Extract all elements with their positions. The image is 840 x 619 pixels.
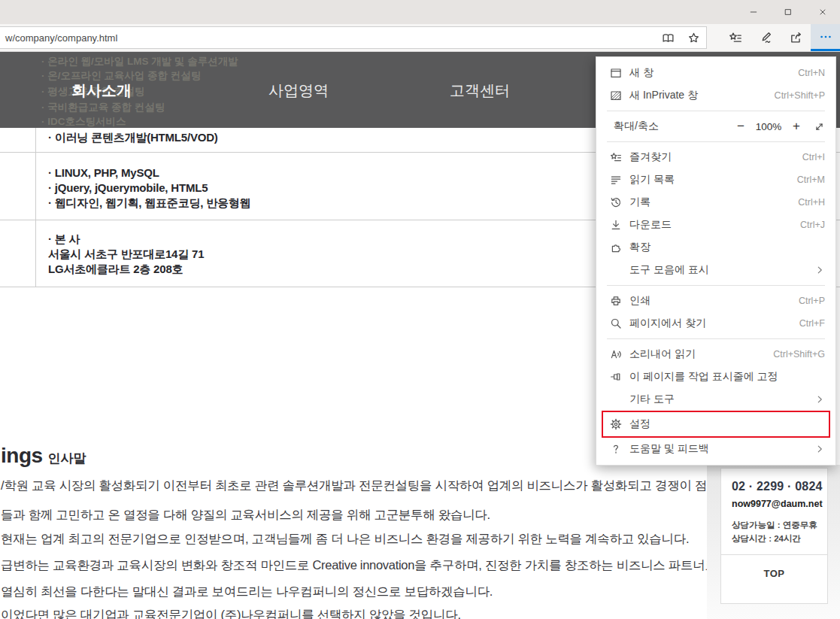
history-icon — [610, 196, 622, 208]
notes-icon — [759, 31, 772, 44]
settings-icon — [610, 418, 622, 430]
minimize-button[interactable] — [736, 0, 771, 24]
menu-item-favorites[interactable]: 즐겨찾기Ctrl+I — [596, 146, 835, 168]
find-icon — [610, 317, 622, 329]
menu-item-print[interactable]: 인쇄Ctrl+P — [596, 290, 835, 312]
address-bar[interactable]: w/company/company.html — [0, 26, 707, 49]
close-button[interactable] — [805, 0, 840, 24]
zoom-out-button[interactable]: − — [730, 119, 751, 134]
menu-item-shortcut: Ctrl+Shift+P — [775, 90, 825, 101]
menu-item-label: 확대/축소 — [614, 120, 730, 133]
minimize-icon — [749, 8, 758, 17]
table-row-line: · jQuery, jQuerymobile, HTML5 — [48, 181, 208, 194]
menu-item-shortcut: Ctrl+M — [797, 174, 825, 185]
menu-item-pin-to-taskbar[interactable]: 이 페이지를 작업 표시줄에 고정 — [596, 366, 835, 388]
extensions-icon — [610, 241, 622, 253]
share-icon — [789, 31, 802, 44]
menu-item-label: 다운로드 — [629, 218, 800, 232]
menu-item-label: 확장 — [629, 241, 825, 254]
notes-button[interactable] — [751, 24, 781, 51]
help-icon — [610, 443, 622, 455]
menu-item-new-inprivate-window[interactable]: 새 InPrivate 창Ctrl+Shift+P — [596, 84, 835, 107]
menu-item-downloads[interactable]: 다운로드Ctrl+J — [596, 214, 835, 236]
menu-item-label: 읽기 목록 — [629, 173, 797, 187]
more-button[interactable] — [811, 24, 840, 51]
menu-item-more-tools[interactable]: 기타 도구 — [596, 388, 835, 411]
url-text[interactable]: w/company/company.html — [0, 32, 655, 44]
address-bar-icons — [655, 27, 706, 48]
menu-item-help-feedback[interactable]: 도움말 및 피드백 — [596, 438, 835, 460]
downloads-icon — [610, 219, 622, 231]
chevron-right-icon — [814, 444, 825, 454]
hub-button[interactable] — [720, 24, 751, 51]
menu-item-label: 도움말 및 피드백 — [629, 442, 814, 456]
window-controls — [736, 0, 840, 24]
reading-list-icon — [610, 174, 622, 186]
contact-hours-time: 상담시간 : 24시간 — [732, 533, 827, 545]
menu-item-label: 페이지에서 찾기 — [629, 317, 799, 330]
table-row-line: · 웹디자인, 웹기획, 웹표준코딩, 반응형웹 — [48, 196, 250, 211]
contact-phone: 02 · 2299 · 0824 — [732, 480, 827, 493]
menu-item-label: 즐겨찾기 — [629, 150, 802, 164]
fullscreen-icon — [814, 121, 825, 132]
menu-item-label: 설정 — [629, 417, 823, 431]
menu-item-shortcut: Ctrl+N — [798, 68, 825, 78]
chevron-right-icon — [814, 394, 825, 405]
reading-view-button[interactable] — [655, 27, 681, 48]
chevron-right-icon — [814, 265, 825, 275]
menu-item-label: 기록 — [629, 196, 798, 209]
close-icon — [818, 8, 827, 17]
share-button[interactable] — [781, 24, 811, 51]
menu-item-new-window[interactable]: 새 창Ctrl+N — [596, 62, 835, 84]
top-button[interactable]: TOP — [721, 568, 827, 579]
menu-item-shortcut: Ctrl+I — [802, 152, 825, 162]
table-row-line: 서울시 서초구 반포대로14길 71 — [48, 247, 204, 262]
zoom-level-value: 100% — [751, 121, 786, 132]
menu-item-reading-list[interactable]: 읽기 목록Ctrl+M — [596, 168, 835, 191]
nav-company-intro[interactable]: 회사소개 — [71, 80, 132, 100]
menu-item-shortcut: Ctrl+H — [798, 197, 825, 208]
contact-email: now9977@daum.net — [732, 499, 827, 509]
more-icon — [819, 30, 832, 44]
menu-item-show-in-toolbar[interactable]: 도구 모음에 표시 — [596, 259, 835, 281]
greeting-line: /학원 교육 시장의 활성화되기 이전부터 최초로 관련 솔루션개발과 전문컨설… — [1, 478, 735, 494]
fullscreen-button[interactable] — [807, 121, 825, 132]
menu-item-read-aloud[interactable]: 소리내어 읽기Ctrl+Shift+G — [596, 343, 835, 366]
pin-icon — [610, 371, 622, 383]
zoom-in-button[interactable]: + — [786, 119, 807, 134]
nav-business-areas[interactable]: 사업영역 — [268, 80, 329, 100]
menu-item-history[interactable]: 기록Ctrl+H — [596, 191, 835, 214]
menu-item-label: 기타 도구 — [629, 393, 814, 406]
book-icon — [662, 32, 675, 44]
maximize-icon — [784, 8, 793, 17]
menu-separator — [607, 285, 825, 286]
table-row-line: · LINUX, PHP, MySQL — [48, 166, 159, 179]
menu-item-label: 도구 모음에 표시 — [629, 263, 814, 277]
menu-item-find-on-page[interactable]: 페이지에서 찾기Ctrl+F — [596, 312, 835, 335]
maximize-button[interactable] — [771, 0, 805, 24]
contact-box: 02 · 2299 · 0824 now9977@daum.net 상담가능일 … — [720, 468, 828, 604]
add-favorite-button[interactable] — [681, 27, 706, 48]
greeting-line: 현재는 업계 최고의 전문기업으로 인정받으며, 고객님들께 좀 더 나은 비즈… — [1, 531, 689, 548]
greeting-line: 이었다면 많은 대기업과 교육전문기업이 (주)나우컴퍼니를 선택하지 않았을 … — [1, 607, 461, 619]
menu-separator — [607, 338, 825, 339]
table-row-line: LG서초에클라트 2층 208호 — [48, 262, 183, 277]
menu-item-shortcut: Ctrl+Shift+G — [773, 349, 825, 360]
star-icon — [687, 32, 700, 44]
new-window-icon — [610, 67, 622, 79]
greeting-title-ko: 인사말 — [48, 451, 86, 466]
menu-item-shortcut: Ctrl+P — [799, 296, 825, 306]
table-row-line: · 이러닝 콘텐츠개발(HTML5/VOD) — [48, 131, 218, 145]
menu-item-label: 새 InPrivate 창 — [629, 89, 775, 102]
menu-item-extensions[interactable]: 확장 — [596, 236, 835, 259]
favorites-icon — [610, 151, 622, 163]
menu-separator — [607, 111, 825, 111]
menu-item-settings[interactable]: 설정 — [602, 411, 830, 438]
hub-icon — [729, 31, 742, 44]
menu-item-label: 새 창 — [629, 66, 798, 80]
read-aloud-icon — [610, 348, 622, 360]
nav-customer-center[interactable]: 고객센터 — [450, 80, 510, 100]
greeting-line: 열심히 최선을 다한다는 말대신 결과로 보여드리는 나우컴퍼니의 정신으로 보… — [1, 584, 493, 600]
service-item-dimmed: · 국비환급교육 종합 컨설팅 — [41, 101, 165, 114]
menu-item-zoom[interactable]: 확대/축소−100%+ — [596, 115, 835, 138]
